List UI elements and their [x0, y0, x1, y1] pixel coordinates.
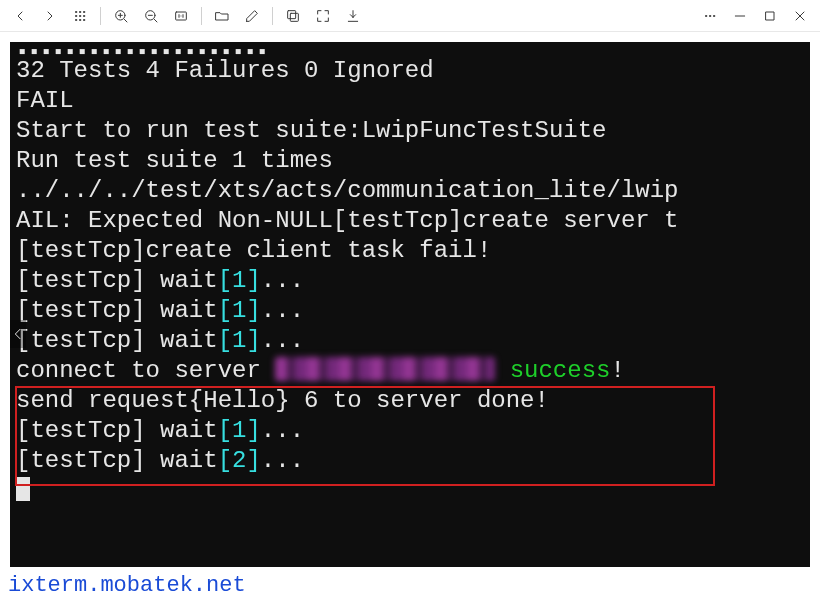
terminal-line: connect to server success!	[16, 356, 810, 386]
wait-suffix: ...	[261, 327, 304, 354]
wait-prefix: [testTcp] wait	[16, 417, 218, 444]
connect-success: success	[495, 357, 610, 384]
toolbar-separator	[272, 7, 273, 25]
wait-index: [1]	[218, 267, 261, 294]
more-button[interactable]	[696, 2, 724, 30]
minimize-button[interactable]	[726, 2, 754, 30]
wait-index: [1]	[218, 417, 261, 444]
terminal-line: [testTcp] wait[2]...	[16, 446, 810, 476]
terminal-line: FAIL	[16, 86, 810, 116]
svg-point-7	[79, 19, 80, 20]
terminal-line: [testTcp] wait[1]...	[16, 326, 810, 356]
forward-button[interactable]	[36, 2, 64, 30]
svg-point-15	[709, 15, 710, 16]
svg-point-16	[713, 15, 714, 16]
toolbar-separator	[201, 7, 202, 25]
terminal-output[interactable]: ▪▪▪▪▪▪▪▪▪▪▪▪▪▪▪▪▪▪▪▪▪ 32 Tests 4 Failure…	[10, 42, 810, 567]
wait-suffix: ...	[261, 447, 304, 474]
wait-index: [2]	[218, 447, 261, 474]
fullscreen-button[interactable]	[309, 2, 337, 30]
svg-point-8	[83, 19, 84, 20]
wait-index: [1]	[218, 297, 261, 324]
terminal-line: [testTcp]create client task fail!	[16, 236, 810, 266]
svg-point-4	[79, 15, 80, 16]
svg-rect-13	[288, 10, 296, 18]
zoom-in-button[interactable]	[107, 2, 135, 30]
svg-point-5	[83, 15, 84, 16]
wait-prefix: [testTcp] wait	[16, 447, 218, 474]
svg-point-0	[75, 11, 76, 12]
terminal-line: send request{Hello} 6 to server done!	[16, 386, 810, 416]
svg-rect-17	[766, 12, 774, 20]
terminal-line: ../../../test/xts/acts/communication_lit…	[16, 176, 810, 206]
terminal-line: 32 Tests 4 Failures 0 Ignored	[16, 56, 810, 86]
copy-button[interactable]	[279, 2, 307, 30]
svg-point-2	[83, 11, 84, 12]
redacted-ip	[275, 357, 495, 381]
back-button[interactable]	[6, 2, 34, 30]
terminal-line: Run test suite 1 times	[16, 146, 810, 176]
zoom-out-button[interactable]	[137, 2, 165, 30]
wait-prefix: [testTcp] wait	[16, 297, 218, 324]
bang: !	[610, 357, 624, 384]
open-folder-button[interactable]	[208, 2, 236, 30]
terminal-line: [testTcp] wait[1]...	[16, 266, 810, 296]
wait-index: [1]	[218, 327, 261, 354]
footer-link[interactable]: ixterm.mobatek.net	[8, 573, 810, 598]
svg-rect-12	[290, 13, 298, 21]
svg-point-6	[75, 19, 76, 20]
window-toolbar	[0, 0, 820, 32]
apps-grid-button[interactable]	[66, 2, 94, 30]
wait-suffix: ...	[261, 417, 304, 444]
actual-size-button[interactable]	[167, 2, 195, 30]
terminal-line: [testTcp] wait[1]...	[16, 416, 810, 446]
wait-suffix: ...	[261, 267, 304, 294]
svg-point-3	[75, 15, 76, 16]
wait-prefix: [testTcp] wait	[16, 327, 218, 354]
svg-point-14	[705, 15, 706, 16]
terminal-line: AIL: Expected Non-NULL[testTcp]create se…	[16, 206, 810, 236]
download-button[interactable]	[339, 2, 367, 30]
svg-point-1	[79, 11, 80, 12]
maximize-button[interactable]	[756, 2, 784, 30]
wait-prefix: [testTcp] wait	[16, 267, 218, 294]
connect-prefix: connect to server	[16, 357, 275, 384]
terminal-cursor	[16, 477, 30, 501]
prev-image-button[interactable]	[10, 320, 26, 348]
toolbar-separator	[100, 7, 101, 25]
terminal-line: ▪▪▪▪▪▪▪▪▪▪▪▪▪▪▪▪▪▪▪▪▪	[16, 46, 810, 56]
terminal-line: [testTcp] wait[1]...	[16, 296, 810, 326]
terminal-line: Start to run test suite:LwipFuncTestSuit…	[16, 116, 810, 146]
terminal-cursor-line	[16, 476, 810, 506]
close-button[interactable]	[786, 2, 814, 30]
edit-button[interactable]	[238, 2, 266, 30]
wait-suffix: ...	[261, 297, 304, 324]
